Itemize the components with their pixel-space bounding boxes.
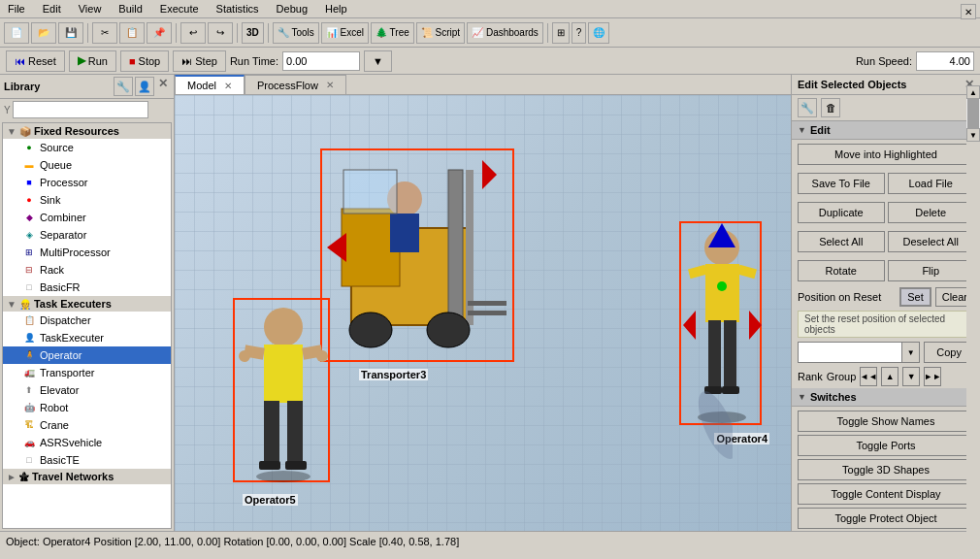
- step-button[interactable]: ⏭ Step: [173, 50, 226, 72]
- switches-section-header[interactable]: ▼ Switches: [792, 388, 980, 407]
- rotate-btn[interactable]: Rotate: [798, 260, 885, 281]
- tab-model[interactable]: Model ✕: [175, 75, 245, 94]
- edit-tool-btn1[interactable]: 🔧: [798, 98, 817, 117]
- open-btn[interactable]: 📂: [31, 22, 56, 44]
- library-icon1[interactable]: 🔧: [114, 77, 133, 96]
- 3d-btn[interactable]: 3D: [242, 22, 264, 44]
- rank-up-left-btn[interactable]: ◄◄: [860, 367, 877, 386]
- run-button[interactable]: ▶ Run: [69, 50, 116, 72]
- cut-btn[interactable]: ✂: [92, 22, 117, 44]
- tree-item-elevator[interactable]: ⬆ Elevator: [3, 381, 171, 399]
- menu-file[interactable]: File: [4, 2, 29, 16]
- tree-item-dispatcher[interactable]: 📋 Dispatcher: [3, 312, 171, 329]
- transporter3-selection-box[interactable]: [320, 148, 514, 362]
- rank-up-btn[interactable]: ▲: [881, 367, 898, 386]
- tree-item-sink[interactable]: ● Sink: [3, 191, 171, 209]
- run-time-input[interactable]: [282, 51, 360, 71]
- tree-item-source[interactable]: ● Source: [3, 139, 171, 156]
- toggle-protect-object-btn[interactable]: Toggle Protect Object: [798, 508, 974, 529]
- tree-item-asrsvehicle[interactable]: 🚗 ASRSvehicle: [3, 434, 171, 451]
- run-speed-input[interactable]: [916, 51, 974, 71]
- stop-button[interactable]: ■ Stop: [120, 50, 169, 72]
- tree-category-fixed-resources[interactable]: ▼ 📦 Fixed Resources: [3, 123, 171, 139]
- tree-item-separator[interactable]: ◈ Separator: [3, 226, 171, 244]
- scroll-up-btn[interactable]: ▲: [966, 85, 980, 99]
- tree-item-queue[interactable]: ▬ Queue: [3, 156, 171, 174]
- set-btn[interactable]: Set: [899, 287, 931, 307]
- undo-btn[interactable]: ↩: [180, 22, 206, 44]
- tree-item-crane[interactable]: 🏗 Crane: [3, 416, 171, 434]
- svg-rect-4: [468, 301, 506, 306]
- move-into-highlighted-row: Move into Highlighted: [792, 140, 980, 169]
- dashboards-btn[interactable]: 📈 Dashboards: [467, 22, 543, 44]
- tree-item-rack[interactable]: ⊟ Rack: [3, 261, 171, 279]
- tree-category-task-executers[interactable]: ▼ 👷 Task Executers: [3, 296, 171, 312]
- tab-processflow-close[interactable]: ✕: [326, 80, 334, 90]
- toggle-show-names-btn[interactable]: Toggle Show Names: [798, 411, 974, 432]
- dropdown-area[interactable]: ▼: [798, 342, 920, 363]
- edit-section-label: Edit: [810, 124, 831, 136]
- tools-btn[interactable]: 🔧 Tools: [273, 22, 319, 44]
- delete-btn[interactable]: Delete: [888, 202, 975, 223]
- menu-edit[interactable]: Edit: [39, 2, 65, 16]
- menu-execute[interactable]: Execute: [156, 2, 203, 16]
- library-icon2[interactable]: 👤: [135, 77, 154, 96]
- deselect-all-btn[interactable]: Deselect All: [888, 231, 975, 252]
- edit-section-header[interactable]: ▼ Edit: [792, 121, 980, 140]
- operator5-selection-box[interactable]: [233, 298, 330, 482]
- tree-item-basicfr[interactable]: □ BasicFR: [3, 279, 171, 296]
- rank-down-right-btn[interactable]: ►►: [924, 367, 941, 386]
- redo-btn[interactable]: ↪: [208, 22, 233, 44]
- new-btn[interactable]: 📄: [4, 22, 29, 44]
- menu-view[interactable]: View: [75, 2, 106, 16]
- tree-item-transporter[interactable]: 🚛 Transporter: [3, 364, 171, 381]
- menu-help[interactable]: Help: [321, 2, 351, 16]
- tree-item-processor[interactable]: ■ Processor: [3, 174, 171, 191]
- viewport-3d[interactable]: Transporter3: [175, 95, 791, 531]
- toggle-3d-shapes-btn[interactable]: Toggle 3D Shapes: [798, 459, 974, 480]
- menu-build[interactable]: Build: [114, 2, 146, 16]
- load-file-btn[interactable]: Load File: [888, 173, 975, 194]
- script-btn[interactable]: 📜 Script: [416, 22, 465, 44]
- tree-item-taskexecuter[interactable]: 👤 TaskExecuter: [3, 329, 171, 346]
- web-btn[interactable]: 🌐: [588, 22, 609, 44]
- tree-btn[interactable]: 🌲 Tree: [371, 22, 414, 44]
- tab-processflow[interactable]: ProcessFlow ✕: [245, 75, 346, 94]
- tree-item-robot[interactable]: 🤖 Robot: [3, 399, 171, 416]
- duplicate-btn[interactable]: Duplicate: [798, 202, 885, 223]
- save-to-file-btn[interactable]: Save To File: [798, 173, 885, 194]
- scroll-track[interactable]: [966, 99, 980, 128]
- excel-btn[interactable]: 📊 Excel: [321, 22, 369, 44]
- rank-down-btn[interactable]: ▼: [902, 367, 920, 386]
- grid-btn[interactable]: ⊞: [552, 22, 570, 44]
- dispatcher-icon: 📋: [22, 313, 36, 327]
- sep3: [237, 23, 238, 43]
- reset-button[interactable]: ⏮ Reset: [6, 50, 65, 72]
- tree-category-travel-networks[interactable]: ► 🛣 Travel Networks: [3, 469, 171, 484]
- svg-rect-35: [285, 461, 307, 470]
- save-btn[interactable]: 💾: [58, 22, 83, 44]
- flip-btn[interactable]: Flip: [888, 260, 975, 281]
- paste-btn[interactable]: 📌: [147, 22, 172, 44]
- toggle-content-display-btn[interactable]: Toggle Content Display: [798, 483, 974, 505]
- tree-item-basicte[interactable]: □ BasicTE: [3, 451, 171, 469]
- library-close[interactable]: ✕: [156, 77, 170, 96]
- dropdown-arrow[interactable]: ▼: [901, 343, 919, 362]
- tree-item-operator[interactable]: 🧍 Operator: [3, 346, 171, 364]
- copy-btn[interactable]: 📋: [119, 22, 145, 44]
- scroll-thumb[interactable]: [967, 99, 979, 128]
- scroll-down-btn[interactable]: ▼: [966, 128, 980, 142]
- toggle-ports-btn[interactable]: Toggle Ports: [798, 435, 974, 456]
- run-time-dropdown[interactable]: ▼: [364, 50, 392, 72]
- help-btn[interactable]: ?: [572, 22, 587, 44]
- menu-debug[interactable]: Debug: [273, 2, 311, 16]
- tree-item-combiner[interactable]: ◆ Combiner: [3, 209, 171, 226]
- edit-tool-btn2[interactable]: 🗑: [821, 98, 840, 117]
- select-all-btn[interactable]: Select All: [798, 231, 885, 252]
- tree-item-multiprocessor[interactable]: ⊞ MultiProcessor: [3, 244, 171, 261]
- menu-statistics[interactable]: Statistics: [212, 2, 263, 16]
- viewport-container[interactable]: Transporter3: [175, 95, 791, 531]
- library-search-input[interactable]: [13, 101, 148, 118]
- tab-model-close[interactable]: ✕: [224, 81, 232, 91]
- move-into-highlighted-btn[interactable]: Move into Highlighted: [798, 144, 974, 165]
